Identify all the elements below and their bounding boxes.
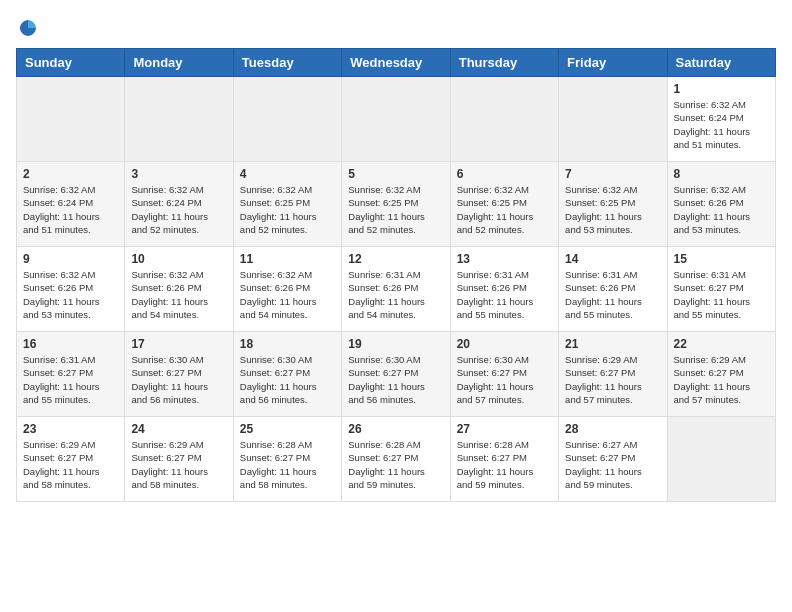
calendar-cell: 12Sunrise: 6:31 AM Sunset: 6:26 PM Dayli…: [342, 247, 450, 332]
calendar-cell: 16Sunrise: 6:31 AM Sunset: 6:27 PM Dayli…: [17, 332, 125, 417]
day-number: 12: [348, 252, 443, 266]
calendar-week-5: 23Sunrise: 6:29 AM Sunset: 6:27 PM Dayli…: [17, 417, 776, 502]
calendar-cell: [17, 77, 125, 162]
calendar-header-friday: Friday: [559, 49, 667, 77]
calendar-header-sunday: Sunday: [17, 49, 125, 77]
logo-icon: [16, 16, 40, 40]
day-number: 21: [565, 337, 660, 351]
day-number: 15: [674, 252, 769, 266]
day-info: Sunrise: 6:28 AM Sunset: 6:27 PM Dayligh…: [457, 438, 552, 491]
calendar-week-1: 1Sunrise: 6:32 AM Sunset: 6:24 PM Daylig…: [17, 77, 776, 162]
day-number: 28: [565, 422, 660, 436]
day-info: Sunrise: 6:32 AM Sunset: 6:25 PM Dayligh…: [457, 183, 552, 236]
calendar-cell: 11Sunrise: 6:32 AM Sunset: 6:26 PM Dayli…: [233, 247, 341, 332]
calendar-header-monday: Monday: [125, 49, 233, 77]
day-info: Sunrise: 6:31 AM Sunset: 6:26 PM Dayligh…: [348, 268, 443, 321]
day-info: Sunrise: 6:32 AM Sunset: 6:24 PM Dayligh…: [131, 183, 226, 236]
calendar-cell: [559, 77, 667, 162]
calendar-cell: 19Sunrise: 6:30 AM Sunset: 6:27 PM Dayli…: [342, 332, 450, 417]
logo: [16, 16, 44, 40]
day-number: 13: [457, 252, 552, 266]
calendar-cell: 10Sunrise: 6:32 AM Sunset: 6:26 PM Dayli…: [125, 247, 233, 332]
calendar-cell: 2Sunrise: 6:32 AM Sunset: 6:24 PM Daylig…: [17, 162, 125, 247]
day-number: 2: [23, 167, 118, 181]
calendar-cell: 23Sunrise: 6:29 AM Sunset: 6:27 PM Dayli…: [17, 417, 125, 502]
day-info: Sunrise: 6:30 AM Sunset: 6:27 PM Dayligh…: [240, 353, 335, 406]
day-info: Sunrise: 6:31 AM Sunset: 6:26 PM Dayligh…: [565, 268, 660, 321]
calendar-cell: 5Sunrise: 6:32 AM Sunset: 6:25 PM Daylig…: [342, 162, 450, 247]
day-info: Sunrise: 6:28 AM Sunset: 6:27 PM Dayligh…: [240, 438, 335, 491]
day-info: Sunrise: 6:32 AM Sunset: 6:26 PM Dayligh…: [23, 268, 118, 321]
day-number: 18: [240, 337, 335, 351]
day-info: Sunrise: 6:32 AM Sunset: 6:25 PM Dayligh…: [348, 183, 443, 236]
day-info: Sunrise: 6:29 AM Sunset: 6:27 PM Dayligh…: [131, 438, 226, 491]
calendar-cell: 14Sunrise: 6:31 AM Sunset: 6:26 PM Dayli…: [559, 247, 667, 332]
calendar-table: SundayMondayTuesdayWednesdayThursdayFrid…: [16, 48, 776, 502]
day-number: 26: [348, 422, 443, 436]
day-number: 19: [348, 337, 443, 351]
day-number: 5: [348, 167, 443, 181]
day-info: Sunrise: 6:31 AM Sunset: 6:26 PM Dayligh…: [457, 268, 552, 321]
calendar-cell: 25Sunrise: 6:28 AM Sunset: 6:27 PM Dayli…: [233, 417, 341, 502]
calendar-header-wednesday: Wednesday: [342, 49, 450, 77]
day-number: 7: [565, 167, 660, 181]
day-number: 17: [131, 337, 226, 351]
day-info: Sunrise: 6:32 AM Sunset: 6:24 PM Dayligh…: [23, 183, 118, 236]
day-number: 3: [131, 167, 226, 181]
calendar-cell: 21Sunrise: 6:29 AM Sunset: 6:27 PM Dayli…: [559, 332, 667, 417]
day-number: 10: [131, 252, 226, 266]
calendar-header-row: SundayMondayTuesdayWednesdayThursdayFrid…: [17, 49, 776, 77]
day-number: 25: [240, 422, 335, 436]
day-number: 11: [240, 252, 335, 266]
day-number: 1: [674, 82, 769, 96]
day-info: Sunrise: 6:29 AM Sunset: 6:27 PM Dayligh…: [23, 438, 118, 491]
day-number: 16: [23, 337, 118, 351]
day-number: 4: [240, 167, 335, 181]
calendar-header-thursday: Thursday: [450, 49, 558, 77]
day-number: 22: [674, 337, 769, 351]
calendar-cell: [667, 417, 775, 502]
calendar-cell: 20Sunrise: 6:30 AM Sunset: 6:27 PM Dayli…: [450, 332, 558, 417]
calendar-cell: 3Sunrise: 6:32 AM Sunset: 6:24 PM Daylig…: [125, 162, 233, 247]
day-info: Sunrise: 6:31 AM Sunset: 6:27 PM Dayligh…: [23, 353, 118, 406]
calendar-cell: [342, 77, 450, 162]
day-number: 9: [23, 252, 118, 266]
day-number: 14: [565, 252, 660, 266]
day-number: 6: [457, 167, 552, 181]
day-info: Sunrise: 6:32 AM Sunset: 6:26 PM Dayligh…: [674, 183, 769, 236]
day-info: Sunrise: 6:32 AM Sunset: 6:26 PM Dayligh…: [240, 268, 335, 321]
day-number: 27: [457, 422, 552, 436]
calendar-week-2: 2Sunrise: 6:32 AM Sunset: 6:24 PM Daylig…: [17, 162, 776, 247]
page-header: [16, 16, 776, 40]
day-info: Sunrise: 6:32 AM Sunset: 6:25 PM Dayligh…: [240, 183, 335, 236]
calendar-cell: 27Sunrise: 6:28 AM Sunset: 6:27 PM Dayli…: [450, 417, 558, 502]
calendar-week-4: 16Sunrise: 6:31 AM Sunset: 6:27 PM Dayli…: [17, 332, 776, 417]
calendar-cell: 17Sunrise: 6:30 AM Sunset: 6:27 PM Dayli…: [125, 332, 233, 417]
calendar-header-saturday: Saturday: [667, 49, 775, 77]
day-info: Sunrise: 6:28 AM Sunset: 6:27 PM Dayligh…: [348, 438, 443, 491]
calendar-header-tuesday: Tuesday: [233, 49, 341, 77]
calendar-cell: [125, 77, 233, 162]
day-number: 24: [131, 422, 226, 436]
calendar-cell: 4Sunrise: 6:32 AM Sunset: 6:25 PM Daylig…: [233, 162, 341, 247]
day-info: Sunrise: 6:29 AM Sunset: 6:27 PM Dayligh…: [565, 353, 660, 406]
day-number: 20: [457, 337, 552, 351]
day-number: 23: [23, 422, 118, 436]
calendar-cell: 18Sunrise: 6:30 AM Sunset: 6:27 PM Dayli…: [233, 332, 341, 417]
calendar-cell: 15Sunrise: 6:31 AM Sunset: 6:27 PM Dayli…: [667, 247, 775, 332]
calendar-cell: [450, 77, 558, 162]
day-info: Sunrise: 6:29 AM Sunset: 6:27 PM Dayligh…: [674, 353, 769, 406]
calendar-cell: 7Sunrise: 6:32 AM Sunset: 6:25 PM Daylig…: [559, 162, 667, 247]
calendar-cell: 9Sunrise: 6:32 AM Sunset: 6:26 PM Daylig…: [17, 247, 125, 332]
day-info: Sunrise: 6:27 AM Sunset: 6:27 PM Dayligh…: [565, 438, 660, 491]
calendar-cell: 28Sunrise: 6:27 AM Sunset: 6:27 PM Dayli…: [559, 417, 667, 502]
calendar-cell: 1Sunrise: 6:32 AM Sunset: 6:24 PM Daylig…: [667, 77, 775, 162]
day-info: Sunrise: 6:31 AM Sunset: 6:27 PM Dayligh…: [674, 268, 769, 321]
day-info: Sunrise: 6:32 AM Sunset: 6:25 PM Dayligh…: [565, 183, 660, 236]
calendar-cell: 13Sunrise: 6:31 AM Sunset: 6:26 PM Dayli…: [450, 247, 558, 332]
day-number: 8: [674, 167, 769, 181]
day-info: Sunrise: 6:30 AM Sunset: 6:27 PM Dayligh…: [457, 353, 552, 406]
day-info: Sunrise: 6:30 AM Sunset: 6:27 PM Dayligh…: [348, 353, 443, 406]
calendar-week-3: 9Sunrise: 6:32 AM Sunset: 6:26 PM Daylig…: [17, 247, 776, 332]
day-info: Sunrise: 6:32 AM Sunset: 6:24 PM Dayligh…: [674, 98, 769, 151]
